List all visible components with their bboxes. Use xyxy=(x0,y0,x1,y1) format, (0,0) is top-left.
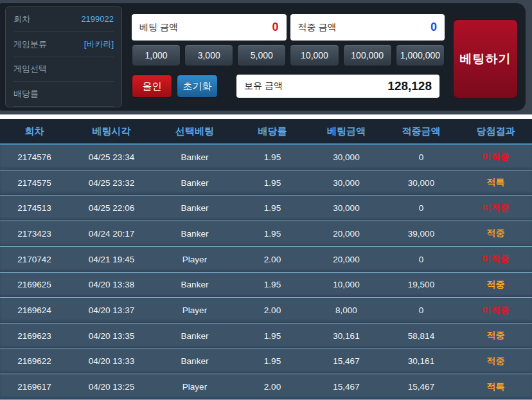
action-row: 올인 초기화 보유 금액 128,128 xyxy=(132,75,445,98)
cell-bet: 15,467 xyxy=(310,382,383,392)
chip-button[interactable]: 10,000 xyxy=(290,44,339,66)
chip-button[interactable]: 1,000 xyxy=(132,44,181,66)
cell-round: 2169622 xyxy=(0,356,69,366)
chip-button[interactable]: 1,000,000 xyxy=(396,44,445,66)
bet-amount-field[interactable]: 베팅 금액 0 xyxy=(132,14,287,41)
cell-bet: 15,467 xyxy=(310,356,383,366)
game-category-value: [바카라] xyxy=(84,39,114,50)
table-row: 216962504/20 13:38Banker1.9510,00019,500… xyxy=(0,273,532,298)
bet-history-table: 회차베팅시각선택베팅배당률베팅금액적중금액당첨결과 217457604/25 2… xyxy=(0,119,532,400)
column-header: 베팅금액 xyxy=(310,125,383,138)
result-badge: 적특 xyxy=(459,177,532,188)
cell-pick: Banker xyxy=(154,152,235,162)
round-label: 회차 xyxy=(13,14,30,25)
round-value: 2199022 xyxy=(81,14,114,24)
info-row-odds: 배당률 xyxy=(13,82,114,107)
cell-win: 30,161 xyxy=(383,356,459,366)
cell-time: 04/20 13:25 xyxy=(69,382,154,392)
balance-field: 보유 금액 128,128 xyxy=(236,75,439,98)
cell-round: 2169625 xyxy=(0,280,69,289)
cell-bet: 30,000 xyxy=(310,203,383,213)
column-header: 베팅시각 xyxy=(69,125,154,138)
cell-time: 04/20 13:38 xyxy=(69,280,154,289)
cell-bet: 30,000 xyxy=(310,152,383,162)
cell-bet: 8,000 xyxy=(310,305,383,315)
table-row: 217457504/25 23:32Banker1.9530,00030,000… xyxy=(0,170,532,196)
win-amount-field[interactable]: 적중 금액 0 xyxy=(290,14,445,41)
cell-round: 2170742 xyxy=(0,255,69,264)
cell-odds: 2.00 xyxy=(235,255,310,264)
result-badge: 미적중 xyxy=(459,305,532,316)
chip-button[interactable]: 5,000 xyxy=(237,44,286,66)
column-header: 선택베팅 xyxy=(154,125,235,138)
cell-round: 2169623 xyxy=(0,331,69,341)
cell-time: 04/21 19:45 xyxy=(69,255,154,264)
chip-button[interactable]: 3,000 xyxy=(184,44,233,66)
cell-odds: 1.95 xyxy=(235,356,310,366)
cell-round: 2173423 xyxy=(0,229,69,239)
info-row-game-select: 게임선택 xyxy=(13,57,114,82)
cell-pick: Player xyxy=(154,305,235,315)
cell-odds: 2.00 xyxy=(235,305,310,315)
place-bet-button[interactable]: 베팅하기 xyxy=(453,19,518,98)
betting-panel: 회차 2199022 게임분류 [바카라] 게임선택 배당률 베팅 금액 0 xyxy=(0,0,532,114)
betting-controls: 베팅 금액 0 적중 금액 0 1,0003,0005,00010,000100… xyxy=(132,14,445,98)
result-badge: 적중 xyxy=(459,228,532,239)
game-info-panel: 회차 2199022 게임분류 [바카라] 게임선택 배당률 xyxy=(5,6,122,107)
cell-time: 04/25 22:06 xyxy=(69,203,154,213)
balance-label: 보유 금액 xyxy=(244,80,283,92)
cell-win: 0 xyxy=(383,203,459,213)
cell-round: 2169624 xyxy=(0,305,69,315)
column-header: 당첨결과 xyxy=(459,125,532,138)
chip-row: 1,0003,0005,00010,000100,0001,000,000 xyxy=(132,44,445,66)
win-amount-value: 0 xyxy=(430,21,437,34)
cell-pick: Banker xyxy=(154,280,235,289)
cell-round: 2169617 xyxy=(0,382,69,392)
table-body: 217457604/25 23:34Banker1.9530,0000미적중21… xyxy=(0,145,532,400)
result-badge: 적특 xyxy=(459,381,532,393)
cell-bet: 30,161 xyxy=(310,331,383,341)
column-header: 배당률 xyxy=(235,125,310,138)
column-header: 적중금액 xyxy=(383,125,459,138)
amount-row: 베팅 금액 0 적중 금액 0 xyxy=(132,14,445,41)
cell-bet: 20,000 xyxy=(310,229,383,239)
table-row: 217457604/25 23:34Banker1.9530,0000미적중 xyxy=(0,145,532,170)
betting-panel-background: 회차 2199022 게임분류 [바카라] 게임선택 배당률 베팅 금액 0 xyxy=(0,3,526,111)
table-row: 216962304/20 13:35Banker1.9530,16158,814… xyxy=(0,323,532,349)
cell-win: 0 xyxy=(383,305,459,315)
cell-time: 04/25 23:34 xyxy=(69,152,154,162)
game-category-label: 게임분류 xyxy=(13,39,47,50)
info-row-round: 회차 2199022 xyxy=(13,7,114,32)
cell-pick: Player xyxy=(154,382,235,392)
result-badge: 미적중 xyxy=(459,151,532,163)
table-row: 217451304/25 22:06Banker1.9530,0000미적중 xyxy=(0,195,532,221)
result-badge: 미적중 xyxy=(459,253,532,265)
cell-bet: 10,000 xyxy=(310,280,383,289)
game-select-label: 게임선택 xyxy=(13,63,47,75)
cell-bet: 30,000 xyxy=(310,178,383,188)
reset-button[interactable]: 초기화 xyxy=(177,75,218,98)
cell-round: 2174513 xyxy=(0,203,69,213)
table-row: 216961704/20 13:25Player2.0015,46715,467… xyxy=(0,374,532,400)
cell-odds: 2.00 xyxy=(235,382,310,392)
section-divider xyxy=(0,114,532,119)
table-row: 216962404/20 13:37Player2.008,0000미적중 xyxy=(0,298,532,323)
cell-win: 58,814 xyxy=(383,331,459,341)
cell-pick: Banker xyxy=(154,229,235,239)
cell-time: 04/20 13:37 xyxy=(69,305,154,315)
bet-amount-label: 베팅 금액 xyxy=(139,22,178,33)
cell-round: 2174575 xyxy=(0,178,69,188)
result-badge: 적중 xyxy=(459,279,532,291)
cell-odds: 1.95 xyxy=(235,178,310,188)
cell-win: 0 xyxy=(383,255,459,264)
table-row: 217074204/21 19:45Player2.0020,0000미적중 xyxy=(0,247,532,273)
all-in-button[interactable]: 올인 xyxy=(132,75,172,98)
result-badge: 적중 xyxy=(459,356,532,367)
cell-odds: 1.95 xyxy=(235,331,310,341)
table-row: 216962204/20 13:33Banker1.9515,46730,161… xyxy=(0,349,532,375)
table-header-row: 회차베팅시각선택베팅배당률베팅금액적중금액당첨결과 xyxy=(0,119,532,145)
bet-amount-value: 0 xyxy=(272,21,278,34)
cell-pick: Banker xyxy=(154,203,235,213)
cell-odds: 1.95 xyxy=(235,280,310,289)
chip-button[interactable]: 100,000 xyxy=(343,44,392,66)
